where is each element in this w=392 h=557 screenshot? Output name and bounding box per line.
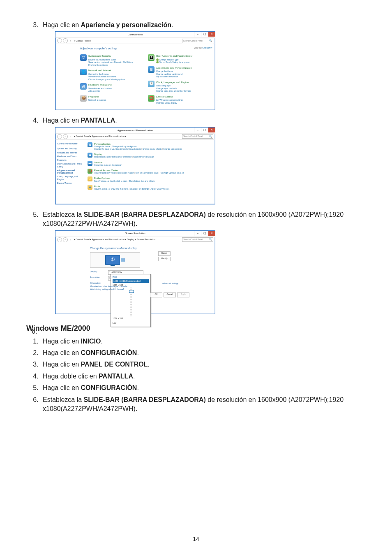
screenshot-screen-resolution: Screen Resolution – ▢ ✕ ← → ↑ ▸ Control … <box>55 230 215 314</box>
cp-sublink[interactable]: Optimize visual display <box>156 102 183 104</box>
cp-sublink[interactable]: Add a device <box>88 90 112 93</box>
breadcrumb[interactable]: ▸ Control Panel ▸ Appearance and Persona… <box>74 135 127 138</box>
ap-sublink[interactable]: Specify single- or double-click to open <box>94 180 127 182</box>
sidebar-item[interactable]: Network and Internet <box>57 151 83 154</box>
ap-ease-of-access[interactable]: ⭕ Ease of Access Center Accommodate low … <box>88 169 212 174</box>
nav-forward-icon[interactable]: → <box>63 38 68 43</box>
ap-sublink[interactable]: Change Font Settings <box>129 188 149 190</box>
resolution-dropdown[interactable]: High 1920 × 1080 (Recommended) 1600 × 90… <box>111 274 151 327</box>
cp-hardware-sound[interactable]: 🖨 Hardware and Sound View devices and pr… <box>80 83 145 92</box>
nav-back-icon[interactable]: ← <box>57 134 62 139</box>
nav-forward-icon[interactable]: → <box>63 237 68 242</box>
sidebar-item[interactable]: Hardware and Sound <box>57 155 83 158</box>
cp-programs[interactable]: 📦 Programs Uninstall a program <box>80 95 145 102</box>
sidebar-item[interactable]: Clock, Language, and Region <box>57 175 83 180</box>
minimize-button[interactable]: – <box>194 231 201 236</box>
maximize-button[interactable]: ▢ <box>201 128 208 132</box>
monitor-preview[interactable]: ① <box>90 252 140 268</box>
ap-sublink[interactable]: Adjust screen resolution <box>132 156 154 158</box>
res-help-link-1[interactable]: Make text and other items larger or smal… <box>90 285 127 288</box>
ap-sublink[interactable]: Adjust ClearType text <box>150 188 169 190</box>
cp-sublink[interactable]: Choose homegroup and sharing options <box>88 78 125 81</box>
close-button[interactable]: ✕ <box>208 128 215 132</box>
ap-folder-options[interactable]: 📁 Folder Options Specify single- or doub… <box>88 176 212 182</box>
cancel-button[interactable]: Cancel <box>164 292 176 297</box>
ap-taskbar[interactable]: ▬ Taskbar Customize icons on the taskbar <box>88 161 212 167</box>
ap-sublink[interactable]: Show hidden files and folders <box>128 180 154 182</box>
ap-personalization[interactable]: 🖥 Personalization Change the theme Chang… <box>88 142 212 151</box>
search-input[interactable]: Search Control Panel 🔍 <box>182 39 213 43</box>
breadcrumb[interactable]: ▸ Control Panel ▸ <box>74 39 91 43</box>
nav-up-icon[interactable]: ↑ <box>70 135 71 138</box>
sidebar-item-selected[interactable]: Appearance and Personalization <box>57 169 83 174</box>
ap-sublink[interactable]: Change desktop background <box>111 146 137 148</box>
resolution-slider[interactable] <box>130 288 132 316</box>
nav-back-icon[interactable]: ← <box>57 237 62 242</box>
apply-button[interactable]: Apply <box>177 292 189 297</box>
titlebar: Control Panel – ▢ ✕ <box>55 32 215 38</box>
cp-network-internet[interactable]: 🌐 Network and Internet Connect to the In… <box>80 69 145 81</box>
ap-sublink[interactable]: Change the color of your taskbar and win… <box>94 148 141 150</box>
ap-sublink[interactable]: Change the theme <box>94 146 110 148</box>
control-panel-body: Adjust your computer's settings View by:… <box>55 44 215 109</box>
sidebar-item[interactable]: Programs <box>57 159 83 161</box>
ok-button[interactable]: OK <box>150 292 162 297</box>
cp-sublink[interactable]: Adjust screen resolution <box>156 75 192 78</box>
search-input[interactable]: Search Control Panel 🔍 <box>182 134 213 139</box>
detect-button[interactable]: Detect <box>158 251 171 256</box>
cp-sublink[interactable]: Save backup copies of your files with Fi… <box>88 61 133 64</box>
viewby-value[interactable]: Category ▾ <box>202 46 212 49</box>
ap-row-head: Display <box>94 153 154 156</box>
page-number: 14 <box>0 536 392 542</box>
nav-back-icon[interactable]: ← <box>57 38 62 43</box>
ap-sublink[interactable]: Make text and other items larger or smal… <box>94 156 131 158</box>
view-by: View by: Category ▾ <box>194 46 212 49</box>
cp-sublink[interactable]: Let Windows suggest settings <box>156 99 183 102</box>
breadcrumb[interactable]: ▸ Control Panel ▸ Appearance and Persona… <box>74 238 155 241</box>
close-button[interactable]: ✕ <box>208 231 215 236</box>
advanced-settings-link[interactable]: Advanced settings <box>162 283 178 285</box>
cp-ease-of-access[interactable]: ⭕ Ease of Access Let Windows suggest set… <box>148 95 212 104</box>
ap-sublink[interactable]: Use screen reader <box>116 172 134 174</box>
maximize-button[interactable]: ▢ <box>201 32 208 37</box>
ap-sublink[interactable]: Change screen saver <box>162 148 182 150</box>
close-button[interactable]: ✕ <box>208 32 215 37</box>
ap-fonts[interactable]: A Fonts Preview, delete, or show and hid… <box>88 185 212 190</box>
cp-sublink[interactable]: Uninstall a program <box>88 99 106 102</box>
nav-up-icon[interactable]: ↑ <box>70 39 71 43</box>
cp-sublink[interactable]: Find and fix problems <box>88 64 133 67</box>
cp-sublink[interactable]: 🟢 Set up Family Safety for any user <box>156 61 192 64</box>
ap-sublink[interactable]: Accommodate low vision <box>94 172 116 174</box>
me3-pre: Haga clic en <box>43 361 81 368</box>
sidebar-item[interactable]: System and Security <box>57 147 83 150</box>
dropdown-low-label: Low <box>113 322 149 325</box>
search-input[interactable]: Search Control Panel 🔍 <box>182 237 213 242</box>
slider-thumb-icon[interactable] <box>129 290 134 293</box>
maximize-button[interactable]: ▢ <box>201 231 208 236</box>
cp-appearance-personalization[interactable]: 🖥 Appearance and Personalization Change … <box>148 66 212 78</box>
globe-icon: 🌐 <box>80 69 87 75</box>
minimize-button[interactable]: – <box>194 32 201 37</box>
ap-sublink[interactable]: Turn on easy access keys <box>134 172 158 174</box>
nav-up-icon[interactable]: ↑ <box>70 238 71 241</box>
sidebar-item[interactable]: User Accounts and Family Safety <box>57 162 83 167</box>
ap-sublink[interactable]: Change sound effects <box>141 148 161 150</box>
dropdown-option-1024[interactable]: 1024 × 768 <box>113 317 149 320</box>
cp-sublink[interactable]: Change date, time, or number formats <box>156 90 191 93</box>
cp-user-accounts[interactable]: 👪 User Accounts and Family Safety 🟢 Chan… <box>148 54 212 63</box>
ap-sublink[interactable]: Turn High Contrast on or off <box>159 172 184 174</box>
dropdown-option-1920[interactable]: 1920 × 1080 (Recommended) <box>113 279 149 283</box>
identify-button[interactable]: Identify <box>158 257 171 261</box>
ap-sublink[interactable]: Preview, delete, or show and hide fonts <box>94 188 128 190</box>
cp-clock-language-region[interactable]: 🕒 Clock, Language, and Region Add a lang… <box>148 81 212 93</box>
minimize-button[interactable]: – <box>194 128 201 132</box>
heading-windows-me-2000: Windows ME/2000 <box>26 324 366 333</box>
step5-pre: Establezca la <box>43 211 84 218</box>
res-help-link-2[interactable]: What display settings should I choose? <box>90 288 127 291</box>
ap-sublink[interactable]: Customize icons on the taskbar <box>94 164 122 166</box>
sidebar-item[interactable]: Ease of Access <box>57 182 83 184</box>
sidebar-header[interactable]: Control Panel Home <box>57 142 83 146</box>
nav-forward-icon[interactable]: → <box>63 134 68 139</box>
ap-display[interactable]: 🖥 Display Make text and other items larg… <box>88 153 212 158</box>
cp-system-security[interactable]: 🛡 System and Security Review your comput… <box>80 54 145 66</box>
